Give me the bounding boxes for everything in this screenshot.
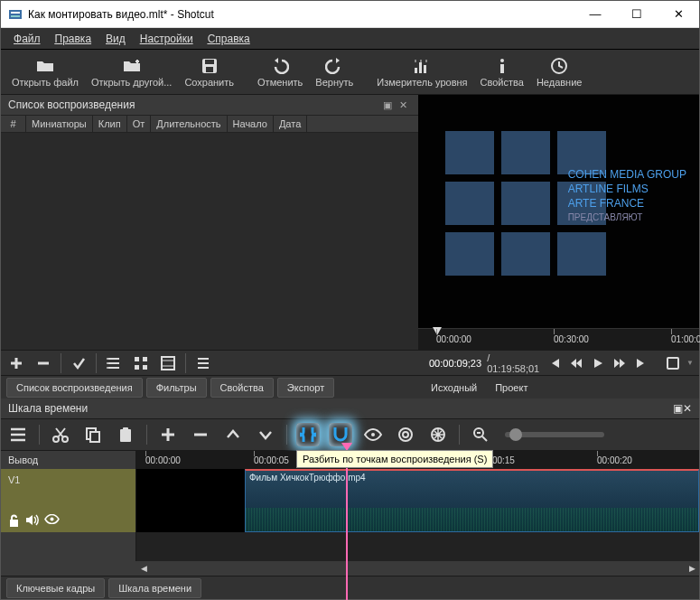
zoom-fit-button[interactable] [665, 357, 681, 370]
timeline-menu-button[interactable] [6, 423, 30, 446]
tlr-t0: 00:00:00 [145, 451, 181, 469]
save-button[interactable]: Сохранить [179, 55, 239, 89]
menu-help[interactable]: Справка [202, 31, 256, 47]
window-title: Как монтировать видео.mlt* - Shotcut [28, 8, 574, 21]
open-other-button[interactable]: Открыть другой... [86, 55, 177, 89]
credit-line-2: ARTLINE FILMS [568, 182, 686, 196]
ripple-button[interactable] [394, 423, 417, 446]
timeline-close-button[interactable]: ✕ [683, 402, 692, 415]
playlist-panel-header: Список воспроизведения ▣ ✕ [1, 95, 418, 116]
tlr-t1: 00:00:05 [254, 451, 289, 469]
skip-next-button[interactable] [633, 357, 649, 370]
playlist-menu-button[interactable] [193, 353, 213, 373]
clock-icon [551, 57, 567, 75]
svg-rect-25 [123, 427, 128, 431]
tab-properties[interactable]: Свойства [210, 378, 274, 398]
peak-meter-button[interactable]: Измеритель уровня [371, 55, 472, 89]
plh-thumb[interactable]: Миниатюры [26, 116, 93, 132]
timecode-current[interactable]: 00:00:09;23 [429, 358, 481, 369]
append-button[interactable] [156, 423, 180, 446]
lift-button[interactable] [221, 423, 245, 446]
paste-button[interactable] [114, 423, 137, 446]
track-header-v1[interactable]: V1 [1, 469, 136, 532]
close-button[interactable]: ✕ [658, 1, 699, 28]
scrub-toggle-button[interactable] [361, 423, 385, 446]
tab-filters[interactable]: Фильтры [146, 378, 207, 398]
playlist-view-tiles[interactable] [131, 353, 151, 373]
panel-close-button[interactable]: ✕ [396, 99, 411, 111]
split-button[interactable]: Разбить по точкам воспроизведения (S) [296, 423, 320, 446]
plh-clip[interactable]: Клип [93, 116, 127, 132]
playlist-view-icons[interactable] [158, 353, 178, 373]
clip-main[interactable]: Фильм ХичкокТрюффо.mp4 [245, 469, 699, 532]
properties-button[interactable]: Свойства [475, 55, 529, 89]
clip-label: Фильм ХичкокТрюффо.mp4 [246, 471, 698, 484]
minimize-button[interactable]: — [574, 1, 616, 28]
zoom-slider[interactable] [505, 432, 604, 437]
redo-label: Вернуть [315, 77, 353, 88]
tab-project[interactable]: Проект [488, 379, 535, 397]
timeline-title: Шкала времени [8, 402, 88, 415]
playlist-update-button[interactable] [69, 353, 89, 373]
copy-button[interactable] [81, 423, 105, 446]
playlist-view-details[interactable] [104, 353, 124, 373]
svg-rect-2 [11, 15, 20, 17]
menu-settings[interactable]: Настройки [135, 31, 199, 47]
pr-tick-0: 00:00:00 [436, 329, 471, 350]
plh-date[interactable]: Дата [274, 116, 307, 132]
menu-file[interactable]: Файл [8, 31, 46, 47]
menu-edit[interactable]: Правка [50, 31, 98, 47]
plh-dur[interactable]: Длительность [151, 116, 227, 132]
zoom-thumb[interactable] [509, 428, 522, 441]
skip-prev-button[interactable] [546, 357, 563, 370]
recent-button[interactable]: Недавние [531, 55, 588, 89]
preview-ruler[interactable]: 00:00:00 00:30:00 01:00:00 [418, 328, 699, 350]
hide-icon[interactable] [44, 514, 60, 527]
timeline-panel: Шкала времени ▣ ✕ Разбить по точкам восп… [1, 398, 699, 599]
menu-bar: Файл Правка Вид Настройки Справка [1, 28, 699, 50]
svg-rect-17 [135, 365, 139, 370]
playlist-add-button[interactable] [6, 353, 26, 373]
lock-icon[interactable] [8, 514, 20, 527]
panel-undock-button[interactable]: ▣ [379, 99, 396, 111]
rewind-button[interactable] [568, 357, 584, 370]
tab-keyframes[interactable]: Ключевые кадры [6, 578, 105, 598]
overwrite-button[interactable] [254, 423, 277, 446]
mute-icon[interactable] [25, 514, 39, 527]
tab-playlist[interactable]: Список воспроизведения [6, 378, 143, 398]
menu-view[interactable]: Вид [100, 31, 131, 47]
timeline-hscroll[interactable]: ◀ ▶ [136, 561, 699, 576]
tab-timeline[interactable]: Шкала времени [108, 578, 201, 598]
ripple-all-button[interactable] [426, 423, 450, 446]
tab-source[interactable]: Исходный [424, 379, 484, 397]
plh-index[interactable]: # [1, 116, 26, 132]
scroll-left[interactable]: ◀ [136, 561, 151, 576]
credit-line-1: COHEN MEDIA GROUP [568, 167, 686, 182]
redo-button[interactable]: Вернуть [310, 55, 359, 89]
preview-viewport[interactable]: COHEN MEDIA GROUP ARTLINE FILMS ARTE FRA… [418, 95, 699, 328]
playlist-remove-button[interactable] [33, 353, 53, 373]
playhead[interactable] [346, 451, 348, 600]
scroll-right[interactable]: ▶ [685, 561, 699, 576]
zoom-out-button[interactable] [469, 423, 492, 446]
play-button[interactable] [590, 357, 606, 370]
cut-button[interactable] [49, 423, 72, 446]
undo-button[interactable]: Отменить [252, 55, 308, 89]
timecode-total: / 01:19:58;01 [487, 352, 540, 374]
forward-button[interactable] [611, 357, 628, 370]
maximize-button[interactable]: ☐ [616, 1, 658, 28]
track-body-v1[interactable]: Фильм ХичкокТрюффо.mp4 [136, 469, 699, 532]
plh-in[interactable]: От [127, 116, 152, 132]
playlist-toolbar [1, 350, 418, 375]
save-icon [201, 57, 218, 75]
tab-export[interactable]: Экспорт [277, 378, 334, 398]
plh-start[interactable]: Начало [228, 116, 274, 132]
timeline-undock-button[interactable]: ▣ [673, 402, 683, 415]
svg-rect-4 [205, 60, 214, 64]
split-tooltip: Разбить по точкам воспроизведения (S) [296, 450, 493, 468]
open-file-button[interactable]: Открыть файл [6, 55, 84, 89]
window-root: Как монтировать видео.mlt* - Shotcut — ☐… [0, 0, 700, 600]
remove-button[interactable] [189, 423, 212, 446]
svg-point-28 [403, 432, 408, 437]
svg-point-32 [51, 518, 54, 521]
